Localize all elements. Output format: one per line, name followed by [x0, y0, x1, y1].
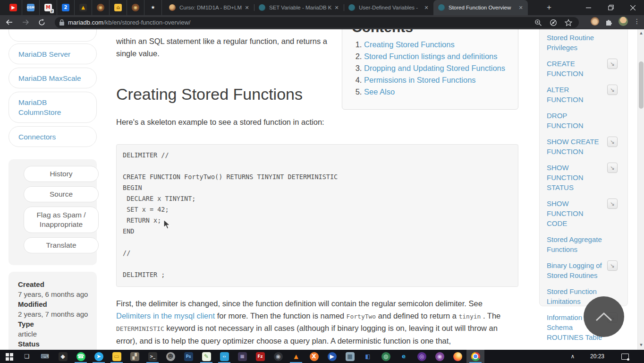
tab-title: Curso: DM1D1A - BD+LM — [179, 5, 242, 10]
pinned-tab-google-calendar[interactable]: 2 — [57, 0, 75, 15]
taskbar-list-app[interactable]: ≡ — [233, 350, 251, 363]
browser-tab-3[interactable]: Stored Function Overview✕ — [433, 0, 528, 15]
external-link-icon[interactable]: ↘ — [607, 163, 618, 173]
tab-close-icon[interactable]: ✕ — [244, 5, 250, 11]
scrollbar-down-arrow[interactable]: ▼ — [638, 343, 644, 347]
forward-button[interactable] — [19, 16, 32, 28]
related-link[interactable]: Binary Logging of Stored Routines — [547, 260, 604, 280]
taskbar-media-player[interactable]: ▶ — [323, 350, 341, 363]
taskbar-globe-app[interactable]: ◍ — [377, 350, 395, 363]
taskbar-notepad-plus-plus[interactable]: ✎ — [197, 350, 215, 363]
contents-item: See Also — [364, 86, 508, 98]
tray-expand-icon[interactable]: ∧ — [566, 353, 580, 360]
address-bar[interactable]: mariadb.com/kb/en/stored-function-overvi… — [55, 17, 579, 28]
taskbar-unity-hub[interactable]: ◆ — [54, 350, 72, 363]
tab-close-icon[interactable]: ✕ — [517, 5, 524, 11]
taskbar-purple-app[interactable]: ◎ — [413, 350, 431, 363]
related-link[interactable]: SHOW CREATE FUNCTION — [547, 137, 604, 156]
taskbar-system-monitor[interactable]: ▦ — [341, 350, 359, 363]
related-link[interactable]: Stored Aggregate Functions — [547, 234, 604, 254]
taskbar-photoshop[interactable]: Ps — [179, 350, 197, 363]
contents-link[interactable]: Dropping and Updating Stored Functions — [364, 64, 505, 72]
page-scrollbar[interactable]: ▲ ▼ — [637, 29, 644, 350]
pinned-tab-mariadb-kb-seal-2[interactable]: ◉ — [127, 0, 144, 15]
taskbar-start-menu[interactable] — [0, 350, 18, 363]
pinned-tab-phpmyadmin[interactable]: ⌂ — [110, 0, 127, 15]
sidebar-pill-cutoff[interactable] — [8, 29, 97, 42]
taskbar-internet-explorer[interactable]: e — [395, 350, 413, 363]
taskbar-command-prompt[interactable]: >_ — [144, 350, 161, 363]
new-tab-button[interactable]: + — [543, 3, 555, 12]
taskbar-filezilla[interactable]: Fz — [251, 350, 269, 363]
taskbar-vscode[interactable]: ‹› — [215, 350, 233, 363]
contents-link[interactable]: Permissions in Stored Functions — [364, 76, 476, 84]
external-link-icon[interactable]: ↘ — [607, 260, 618, 271]
pinned-tab-youtube[interactable]: ▶ — [5, 0, 22, 15]
pinned-tab-google-drive[interactable]: ▲ — [75, 0, 92, 15]
contents-link[interactable]: See Also — [364, 87, 395, 96]
related-link[interactable]: ALTER FUNCTION — [547, 85, 604, 104]
sidebar-item-connectors[interactable]: Connectors — [8, 126, 97, 147]
browser-menu-icon[interactable]: ⋮ — [634, 17, 640, 25]
sidebar-item-mariadb-columnstore[interactable]: MariaDB ColumnStore — [8, 92, 97, 123]
contents-item: Creating Stored Functions — [364, 39, 508, 51]
refresh-button[interactable] — [35, 16, 48, 28]
pinned-tab-mariadb-kb-seal[interactable]: ◉ — [92, 0, 110, 15]
profile-avatar[interactable] — [619, 17, 628, 26]
related-link[interactable]: CREATE FUNCTION — [547, 59, 604, 78]
taskbar-obs-studio[interactable]: ◉ — [269, 350, 287, 363]
contents-link[interactable]: Creating Stored Functions — [364, 40, 455, 49]
taskbar-photos-app[interactable]: ▞ — [126, 350, 144, 363]
taskbar-task-view[interactable]: ❏ — [18, 350, 36, 363]
tab-close-icon[interactable]: ✕ — [333, 5, 340, 11]
pinned-tab-gmail[interactable]: M2 — [40, 0, 57, 15]
restore-button[interactable] — [600, 0, 622, 15]
action-translate-button[interactable]: Translate — [24, 237, 99, 253]
extensions-puzzle-icon[interactable] — [605, 17, 613, 26]
scrollbar-thumb[interactable] — [639, 61, 644, 109]
external-link-icon[interactable]: ↘ — [607, 199, 618, 209]
related-link[interactable]: DROP FUNCTION — [547, 111, 604, 130]
extension-monkey-icon[interactable] — [591, 17, 599, 26]
taskbar-touch-keyboard[interactable]: ⌨ — [36, 350, 54, 363]
close-window-button[interactable] — [622, 0, 644, 15]
tab-close-icon[interactable]: ✕ — [423, 5, 430, 11]
taskbar-vlc[interactable]: ▲ — [287, 350, 305, 363]
pinned-tab-osm[interactable]: OSM — [22, 0, 40, 15]
external-link-icon[interactable]: ↘ — [607, 59, 618, 69]
action-source-button[interactable]: Source — [24, 186, 99, 202]
back-button[interactable] — [3, 16, 16, 28]
related-link[interactable]: SHOW FUNCTION CODE — [547, 199, 604, 228]
zoom-icon[interactable] — [534, 19, 542, 26]
browser-tab-1[interactable]: SET Variable - MariaDB K✕ — [254, 0, 344, 15]
related-link[interactable]: Stored Routine Privileges — [547, 33, 604, 52]
sidebar-item-mariadb-maxscale[interactable]: MariaDB MaxScale — [8, 68, 97, 88]
taskbar-telegram[interactable]: ➤ — [90, 350, 108, 363]
browser-tab-2[interactable]: User-Defined Variables -✕ — [344, 0, 433, 15]
taskbar-firefox[interactable] — [449, 350, 466, 363]
taskbar-remote-app[interactable]: ☻ — [161, 350, 179, 363]
remote-app-icon: ☻ — [166, 352, 175, 361]
scrollbar-up-arrow[interactable]: ▲ — [638, 31, 644, 35]
privacy-eye-icon[interactable] — [550, 19, 557, 26]
taskbar-xampp[interactable]: X — [305, 350, 323, 363]
sidebar-item-mariadb-server[interactable]: MariaDB Server — [8, 43, 97, 64]
external-link-icon[interactable]: ↘ — [607, 85, 618, 95]
related-link[interactable]: SHOW FUNCTION STATUS — [547, 163, 604, 192]
pinned-tab-bookmark-star[interactable]: ★ — [144, 0, 162, 15]
action-flag-button[interactable]: Flag as Spam / Inappropriate — [24, 207, 99, 233]
taskbar-file-explorer[interactable]: ▭ — [108, 350, 126, 363]
scroll-to-top-button[interactable] — [584, 296, 624, 337]
bookmark-star-icon[interactable] — [565, 19, 572, 26]
browser-tab-0[interactable]: Curso: DM1D1A - BD+LM✕ — [164, 0, 254, 15]
inline-doc-link[interactable]: Delimiters in the mysql client — [116, 311, 215, 320]
taskbar-tor-browser[interactable]: ◉ — [431, 350, 449, 363]
taskbar-chrome[interactable] — [466, 350, 484, 363]
taskbar-virtualbox[interactable]: ◧ — [359, 350, 377, 363]
action-history-button[interactable]: History — [24, 166, 99, 182]
notification-center-icon[interactable] — [621, 354, 629, 360]
minimize-button[interactable] — [577, 0, 600, 15]
taskbar-whatsapp[interactable]: ☎ — [72, 350, 90, 363]
contents-link[interactable]: Stored Function listings and definitions — [364, 52, 498, 60]
external-link-icon[interactable]: ↘ — [607, 137, 618, 147]
